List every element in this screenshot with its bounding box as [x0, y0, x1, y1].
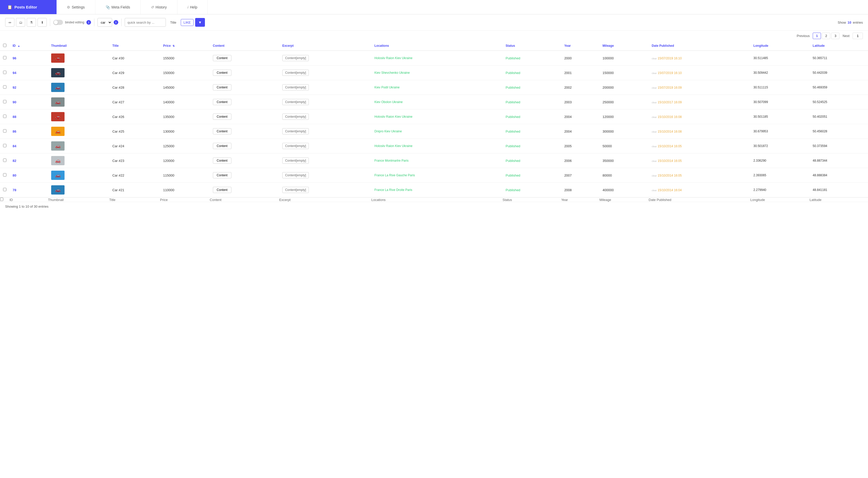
clear-date-link[interactable]: clear [652, 87, 657, 90]
row-checkbox-cell[interactable] [0, 183, 9, 198]
row-checkbox[interactable] [3, 188, 6, 191]
row-excerpt[interactable]: Content[empty] [279, 168, 371, 183]
col-content-header[interactable]: Content [210, 41, 279, 51]
next-button[interactable]: Next [840, 33, 851, 39]
row-checkbox-cell[interactable] [0, 66, 9, 80]
row-checkbox[interactable] [3, 85, 6, 89]
row-content[interactable]: Content [210, 153, 279, 168]
page-1-button[interactable]: 1 [813, 33, 821, 39]
col-longitude-header[interactable]: Longitude [750, 41, 810, 51]
row-excerpt[interactable]: Content[empty] [279, 95, 371, 109]
nav-meta-fields[interactable]: 📎 Meta Fields [95, 0, 141, 14]
excerpt-button[interactable]: Content[empty] [282, 172, 309, 178]
filter-field-info-icon[interactable]: i [114, 20, 118, 25]
page-3-button[interactable]: 3 [831, 33, 839, 39]
row-id[interactable]: 80 [9, 168, 48, 183]
prev-button[interactable]: Previous [795, 33, 812, 39]
page-2-button[interactable]: 2 [822, 33, 830, 39]
clear-date-link[interactable]: clear [652, 57, 657, 60]
quick-search-input[interactable] [125, 18, 166, 27]
row-content[interactable]: Content [210, 109, 279, 124]
filter-operator-button[interactable]: LIKE [181, 19, 194, 26]
row-content[interactable]: Content [210, 183, 279, 198]
row-checkbox-cell[interactable] [0, 95, 9, 109]
clear-date-link[interactable]: clear [652, 101, 657, 104]
content-button[interactable]: Content [213, 84, 231, 91]
row-checkbox-cell[interactable] [0, 80, 9, 95]
content-button[interactable]: Content [213, 70, 231, 76]
nav-history[interactable]: ↺ History [141, 0, 177, 14]
row-excerpt[interactable]: Content[empty] [279, 153, 371, 168]
excerpt-button[interactable]: Content[empty] [282, 70, 309, 76]
row-checkbox[interactable] [3, 56, 6, 59]
filter-config-button[interactable]: ⚗ [27, 18, 36, 27]
export-button[interactable]: ⬆ [37, 18, 47, 27]
row-checkbox[interactable] [3, 144, 6, 147]
apply-filter-button[interactable]: ▼ [195, 18, 205, 27]
excerpt-button[interactable]: Content[empty] [282, 187, 309, 193]
row-checkbox-cell[interactable] [0, 109, 9, 124]
col-latitude-header[interactable]: Latitude [810, 41, 868, 51]
nav-help[interactable]: i Help [177, 0, 208, 14]
row-content[interactable]: Content [210, 168, 279, 183]
page-jump-input[interactable] [852, 33, 863, 39]
row-checkbox[interactable] [3, 173, 6, 177]
row-checkbox-cell[interactable] [0, 124, 9, 139]
excerpt-button[interactable]: Content[empty] [282, 143, 309, 149]
col-thumbnail-header[interactable]: Thumbnail [48, 41, 109, 51]
col-title-header[interactable]: Title [109, 41, 160, 51]
row-id[interactable]: 94 [9, 66, 48, 80]
clear-date-link[interactable]: clear [652, 72, 657, 75]
row-content[interactable]: Content [210, 80, 279, 95]
excerpt-button[interactable]: Content[empty] [282, 84, 309, 91]
row-excerpt[interactable]: Content[empty] [279, 80, 371, 95]
content-button[interactable]: Content [213, 187, 231, 193]
col-excerpt-header[interactable]: Excerpt [279, 41, 371, 51]
excerpt-button[interactable]: Content[empty] [282, 114, 309, 120]
folder-button[interactable]: 🗂 [16, 18, 25, 27]
col-status-header[interactable]: Status [503, 41, 561, 51]
content-button[interactable]: Content [213, 128, 231, 134]
clear-date-link[interactable]: clear [652, 174, 657, 178]
row-id[interactable]: 78 [9, 183, 48, 198]
row-checkbox[interactable] [3, 100, 6, 103]
col-year-header[interactable]: Year [561, 41, 599, 51]
row-checkbox[interactable] [3, 159, 6, 162]
col-locations-header[interactable]: Locations [371, 41, 502, 51]
row-excerpt[interactable]: Content[empty] [279, 139, 371, 153]
row-content[interactable]: Content [210, 51, 279, 66]
clear-date-link[interactable]: clear [652, 145, 657, 148]
filter-field-select[interactable]: car [97, 18, 112, 27]
row-checkbox[interactable] [3, 115, 6, 118]
clear-date-link[interactable]: clear [652, 160, 657, 163]
col-date-header[interactable]: Date Published [649, 41, 750, 51]
excerpt-button[interactable]: Content[empty] [282, 128, 309, 134]
clear-date-link[interactable]: clear [652, 116, 657, 119]
row-id[interactable]: 84 [9, 139, 48, 153]
row-content[interactable]: Content [210, 139, 279, 153]
row-excerpt[interactable]: Content[empty] [279, 109, 371, 124]
row-excerpt[interactable]: Content[empty] [279, 124, 371, 139]
select-all-checkbox[interactable] [3, 44, 6, 47]
content-button[interactable]: Content [213, 55, 231, 61]
row-id[interactable]: 96 [9, 51, 48, 66]
row-excerpt[interactable]: Content[empty] [279, 51, 371, 66]
row-id[interactable]: 86 [9, 124, 48, 139]
col-mileage-header[interactable]: Mileage [599, 41, 649, 51]
excerpt-button[interactable]: Content[empty] [282, 158, 309, 164]
row-checkbox[interactable] [3, 71, 6, 74]
row-id[interactable]: 92 [9, 80, 48, 95]
nav-settings[interactable]: ⚙ Settings [57, 0, 95, 14]
row-checkbox-cell[interactable] [0, 153, 9, 168]
row-checkbox[interactable] [3, 129, 6, 133]
row-excerpt[interactable]: Content[empty] [279, 66, 371, 80]
row-content[interactable]: Content [210, 66, 279, 80]
content-button[interactable]: Content [213, 114, 231, 120]
row-id[interactable]: 82 [9, 153, 48, 168]
row-id[interactable]: 88 [9, 109, 48, 124]
col-price-header[interactable]: Price ⇅ [160, 41, 210, 51]
row-checkbox-cell[interactable] [0, 51, 9, 66]
row-checkbox-cell[interactable] [0, 139, 9, 153]
clear-date-link[interactable]: clear [652, 189, 657, 192]
row-content[interactable]: Content [210, 124, 279, 139]
